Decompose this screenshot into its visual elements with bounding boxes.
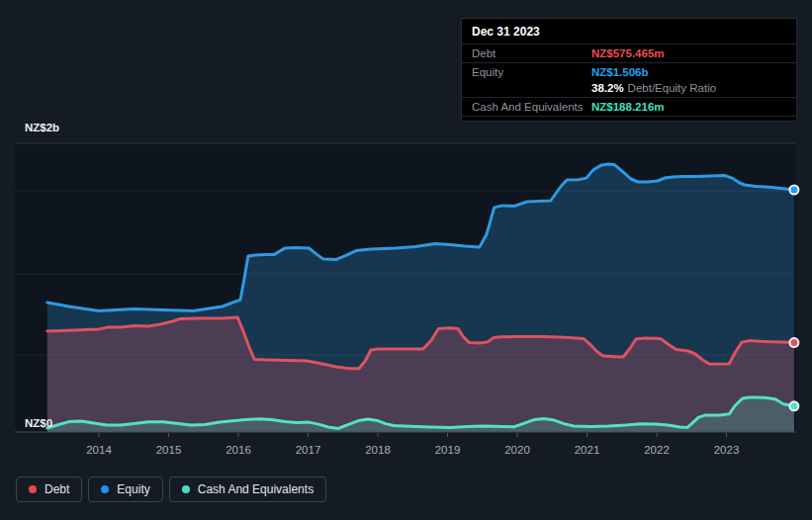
x-axis-label: 2015 bbox=[147, 444, 191, 456]
x-axis-label: 2019 bbox=[426, 444, 470, 456]
tooltip-equity-row: Equity NZ$1.506b bbox=[462, 62, 796, 81]
tooltip-cash-row: Cash And Equivalents NZ$188.216m bbox=[462, 97, 796, 116]
tooltip-cash-label: Cash And Equivalents bbox=[472, 101, 591, 113]
x-axis-label: 2022 bbox=[635, 444, 678, 456]
y-axis-zero-label: NZ$0 bbox=[25, 417, 52, 429]
debt-equity-history-chart: NZ$2b NZ$0 20142015201620172018201920202… bbox=[0, 0, 812, 520]
x-axis-label: 2017 bbox=[287, 444, 330, 456]
cash-and-equivalents-end-dot bbox=[789, 401, 798, 410]
x-axis-label: 2023 bbox=[705, 444, 749, 456]
cash-legend-dot-icon bbox=[182, 485, 190, 493]
tooltip-ratio-row: 38.2% Debt/Equity Ratio bbox=[462, 81, 796, 97]
tooltip-debt-row: Debt NZ$575.465m bbox=[462, 43, 796, 62]
tooltip-equity-label: Equity bbox=[472, 66, 591, 78]
tooltip-equity-value: NZ$1.506b bbox=[591, 66, 649, 78]
x-axis-label: 2014 bbox=[77, 444, 121, 456]
tooltip-ratio-label: Debt/Equity Ratio bbox=[628, 82, 717, 94]
x-axis-label: 2016 bbox=[217, 444, 260, 456]
equity-legend-dot-icon bbox=[101, 485, 109, 493]
x-axis-label: 2020 bbox=[496, 444, 539, 456]
x-axis-label: 2021 bbox=[566, 444, 609, 456]
legend-chip-equity[interactable]: Equity bbox=[88, 477, 162, 502]
chart-legend: Debt Equity Cash And Equivalents bbox=[16, 477, 326, 502]
tooltip-debt-value: NZ$575.465m bbox=[591, 47, 665, 59]
chart-tooltip: Dec 31 2023 Debt NZ$575.465m Equity NZ$1… bbox=[461, 18, 797, 122]
tooltip-ratio-value: 38.2% bbox=[591, 82, 624, 94]
legend-chip-cash[interactable]: Cash And Equivalents bbox=[169, 477, 326, 502]
debt-end-dot bbox=[789, 338, 798, 347]
legend-cash-label: Cash And Equivalents bbox=[198, 482, 314, 496]
legend-debt-label: Debt bbox=[45, 482, 69, 496]
equity-end-dot bbox=[789, 186, 798, 195]
tooltip-debt-label: Debt bbox=[472, 47, 591, 59]
legend-chip-debt[interactable]: Debt bbox=[16, 477, 82, 502]
tooltip-date: Dec 31 2023 bbox=[462, 19, 796, 43]
x-axis-label: 2018 bbox=[356, 444, 400, 456]
legend-equity-label: Equity bbox=[117, 482, 149, 496]
tooltip-cash-value: NZ$188.216m bbox=[591, 101, 665, 113]
y-axis-max-label: NZ$2b bbox=[25, 122, 59, 133]
debt-legend-dot-icon bbox=[29, 485, 37, 493]
